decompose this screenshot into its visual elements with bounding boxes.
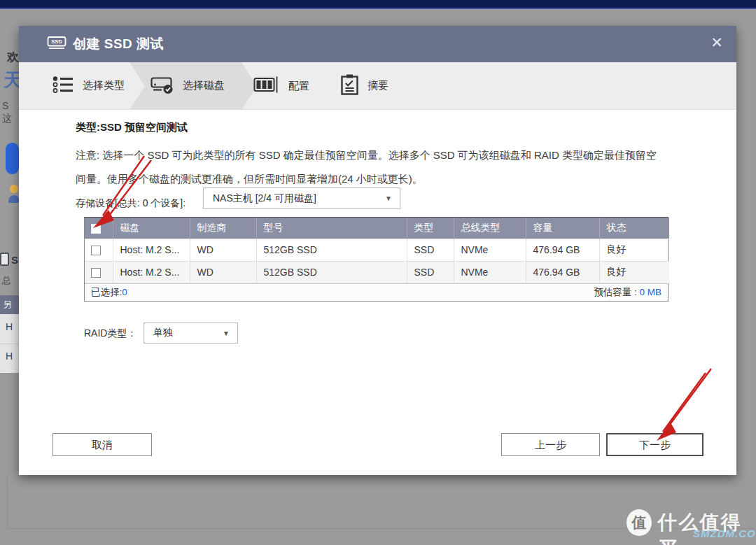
create-ssd-test-dialog: SSD 创建 SSD 测试 ✕ 选择类型 [19, 26, 736, 475]
bg-text-fragment: H [6, 321, 13, 332]
dialog-title: 创建 SSD 测试 [73, 35, 164, 53]
raid-type-label: RAID类型： [84, 323, 136, 344]
smzdm-watermark: 值 什么值得买 SMZDM.COM [626, 509, 756, 545]
svg-text:SSD: SSD [51, 38, 62, 45]
bg-user-icon [8, 184, 19, 203]
table-row[interactable]: Host: M.2 S... WD 512GB SSD SSD NVMe 476… [85, 239, 669, 261]
disk-check-icon [150, 75, 174, 97]
bg-table-header-fragment: 另 [0, 295, 19, 314]
bg-text-fragment: 欢 [7, 49, 19, 65]
chevron-down-icon: ▼ [385, 194, 400, 202]
step-label: 摘要 [368, 79, 388, 92]
summary-clipboard-icon [341, 74, 358, 98]
disk-table: 磁盘 制造商 型号 类型 总线类型 容量 状态 Host: M.2 S... W… [84, 217, 668, 302]
row-checkbox[interactable] [91, 268, 101, 278]
col-header-capacity: 容量 [526, 218, 599, 239]
storage-device-label: 存储设备[总共: 0 个设备]: [76, 192, 186, 214]
wizard-steps-bar: 选择类型 选择磁盘 [19, 62, 736, 110]
cell-model: 512GB SSD [256, 261, 407, 283]
cell-manufacturer: WD [190, 239, 256, 261]
type-heading: 类型:SSD 预留空间测试 [76, 121, 188, 134]
row-checkbox[interactable] [91, 246, 101, 255]
cancel-button[interactable]: 取消 [52, 433, 152, 456]
cell-capacity: 476.94 GB [526, 239, 599, 261]
cell-status: 良好 [599, 239, 669, 261]
cell-disk: Host: M.2 S... [113, 239, 190, 261]
step-summary[interactable]: 摘要 [341, 74, 388, 98]
step-label: 配置 [288, 79, 309, 92]
col-header-model: 型号 [256, 218, 407, 239]
dialog-header: SSD 创建 SSD 测试 ✕ [19, 26, 736, 62]
storage-device-select[interactable]: NAS主机 [2/4 可用磁盘] ▼ [203, 187, 400, 209]
step-label: 选择类型 [83, 79, 125, 92]
table-header-row: 磁盘 制造商 型号 类型 总线类型 容量 状态 [85, 218, 669, 239]
cell-manufacturer: WD [190, 261, 256, 283]
bg-text-fragment: H [6, 351, 13, 362]
select-all-checkbox[interactable] [91, 224, 101, 234]
storage-device-value: NAS主机 [2/4 可用磁盘] [204, 192, 385, 205]
col-header-bus-type: 总线类型 [454, 218, 526, 239]
bg-page-edge [7, 475, 8, 529]
cell-capacity: 476.94 GB [526, 261, 599, 283]
cell-model: 512GB SSD [256, 239, 407, 261]
cell-status: 良好 [599, 261, 669, 283]
raid-type-select[interactable]: 单独 ▼ [144, 323, 238, 344]
step-label: 选择磁盘 [183, 79, 225, 92]
selected-count: 0 [122, 287, 127, 297]
dimmed-background-page: 欢 天 S 这 S 总 另 H H [0, 10, 19, 545]
estimated-capacity-value: 0 MB [639, 287, 662, 297]
previous-button[interactable]: 上一步 [501, 433, 600, 456]
bg-text-fragment: S [11, 254, 18, 266]
bg-text-fragment: 这 [2, 113, 12, 125]
close-icon[interactable]: ✕ [707, 33, 727, 52]
col-header-manufacturer: 制造商 [190, 218, 256, 239]
step-configure[interactable]: 配置 [253, 76, 309, 96]
chevron-down-icon: ▼ [223, 330, 237, 337]
config-bars-icon [253, 76, 279, 96]
step-select-type[interactable]: 选择类型 [52, 76, 125, 97]
bg-text-fragment: S [2, 100, 8, 111]
col-header-disk: 磁盘 [113, 218, 190, 239]
smzdm-badge-icon: 值 [626, 509, 652, 536]
ssd-drive-icon: SSD [47, 35, 66, 53]
watermark-domain: SMZDM.COM [693, 528, 756, 539]
col-header-status: 状态 [599, 218, 669, 239]
table-footer: 已选择:0 预估容量 : 0 MB [85, 283, 668, 301]
browser-top-bar [0, 0, 756, 9]
cell-disk: Host: M.2 S... [113, 261, 190, 283]
next-button[interactable]: 下一步 [606, 433, 704, 456]
bg-text-fragment: 天 [4, 68, 19, 92]
step-select-disk[interactable]: 选择磁盘 [150, 75, 225, 97]
bg-blue-button-fragment [6, 143, 19, 174]
col-header-type: 类型 [407, 218, 454, 239]
estimated-capacity-text: 预估容量 : 0 MB [594, 286, 662, 299]
table-row[interactable]: Host: M.2 S... WD 512GB SSD SSD NVMe 476… [85, 261, 669, 283]
list-icon [52, 76, 74, 97]
bg-document-icon [0, 253, 9, 266]
bg-text-fragment: 总 [2, 274, 11, 287]
raid-type-value: 单独 [144, 327, 223, 339]
note-text: 注意: 选择一个 SSD 可为此类型的所有 SSD 确定最佳预留空间量。选择多个… [76, 143, 665, 191]
selected-count-text: 已选择:0 [91, 286, 127, 299]
cell-type: SSD [407, 239, 454, 261]
cell-bus-type: NVMe [454, 261, 526, 283]
cell-bus-type: NVMe [454, 239, 526, 261]
cell-type: SSD [407, 261, 454, 283]
